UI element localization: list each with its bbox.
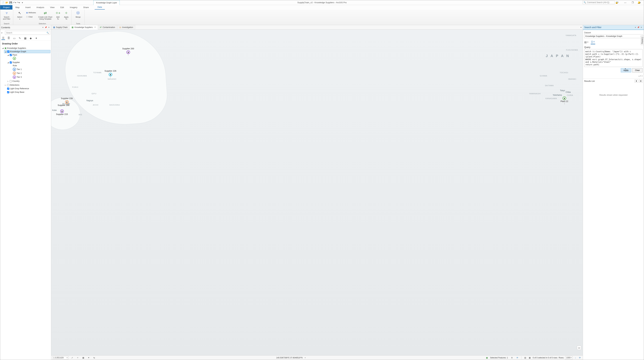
pane-close-icon[interactable]: ✕ bbox=[640, 26, 642, 29]
layer-lgr-checkbox[interactable] bbox=[7, 88, 9, 90]
pane-pin-icon[interactable]: 📌 bbox=[637, 26, 640, 29]
maximize-button[interactable]: ❐ bbox=[629, 0, 636, 5]
apply-to-button[interactable]: ✧ Apply To bbox=[63, 10, 70, 20]
undo-icon[interactable]: ↶▾ bbox=[13, 1, 16, 4]
results-settings-icon[interactable]: ⚙ bbox=[639, 80, 642, 83]
table-all-icon[interactable]: ▦ bbox=[528, 356, 532, 359]
layer-country[interactable]: ▷Country bbox=[6, 80, 50, 83]
merge-button[interactable]: ⦿ Merge bbox=[73, 10, 83, 18]
query-textarea[interactable]: match (c:Country{Name: "Japan"}) with c … bbox=[584, 49, 642, 67]
dataset-select[interactable]: Knowledge Suppliers - Knowledge Graph▾ bbox=[584, 34, 642, 38]
apply-button[interactable]: Apply bbox=[621, 68, 631, 72]
select-button[interactable]: ↖ Select▾ bbox=[15, 10, 24, 20]
tab-view[interactable]: View bbox=[47, 5, 58, 10]
list-editing-icon[interactable]: ✎ bbox=[18, 36, 22, 40]
list-snapping-icon[interactable]: ▦ bbox=[24, 36, 27, 40]
view-tabs-dropdown[interactable]: ▾ bbox=[579, 25, 583, 30]
signin-icon[interactable]: 🔒 bbox=[615, 1, 618, 4]
tab-share[interactable]: Share bbox=[80, 5, 92, 10]
tab-analysis[interactable]: Analysis bbox=[34, 5, 47, 10]
tab-data[interactable]: Data bbox=[95, 5, 105, 10]
list-perspective-icon[interactable]: ✦ bbox=[34, 36, 38, 40]
tier1-label[interactable]: Tier 1 bbox=[17, 68, 22, 71]
tab-knowledge-suppliers[interactable]: ▦Knowledge Suppliers✕ bbox=[70, 25, 98, 30]
add-to-button[interactable]: ✧+ Add To bbox=[54, 10, 61, 20]
contents-search[interactable]: Search🔍 bbox=[5, 31, 50, 35]
pane-pin-icon[interactable]: 📌 bbox=[44, 26, 47, 29]
layer-country-checkbox[interactable] bbox=[10, 80, 12, 82]
filter-icon[interactable]: ▿ bbox=[1, 31, 4, 35]
dynamic-icon[interactable]: ✦ bbox=[87, 356, 90, 359]
layer-knowledge-graph-checkbox[interactable] bbox=[7, 51, 9, 53]
qat-customize-icon[interactable]: ▾ bbox=[21, 1, 24, 4]
basemap-widget-icon[interactable]: 🗂 bbox=[577, 345, 581, 350]
refresh-icon[interactable]: ⟳ bbox=[516, 356, 519, 359]
tab-contamination[interactable]: ⇄Contamination bbox=[98, 25, 117, 30]
clear-button[interactable]: Clear bbox=[632, 68, 642, 72]
attributes-button[interactable]: ▦Attributes bbox=[26, 11, 36, 15]
command-search[interactable]: 🔍Command Search (Alt+Q) bbox=[582, 1, 615, 4]
marker-supplier-266[interactable]: Supplier 266 bbox=[58, 104, 70, 106]
marker-plant-22[interactable]: ▮Plant 22 bbox=[560, 96, 568, 103]
layer-plant-checkbox[interactable] bbox=[10, 54, 12, 56]
new-project-icon[interactable]: 📄 bbox=[2, 1, 4, 4]
layer-knowledge-suppliers[interactable]: ◢▣Knowledge Suppliers bbox=[2, 47, 50, 50]
layer-knowledge-graph[interactable]: ◢Knowledge Graph bbox=[4, 50, 50, 53]
layer-supplier[interactable]: ◢Supplier bbox=[6, 61, 50, 64]
open-project-icon[interactable]: 📂 bbox=[5, 1, 8, 4]
tab-edit[interactable]: Edit bbox=[58, 5, 67, 10]
layer-detections-checkbox[interactable] bbox=[7, 84, 9, 86]
notifications-icon[interactable]: 🔔 bbox=[638, 1, 640, 4]
refresh-table-icon[interactable]: ⟳ bbox=[578, 356, 582, 359]
tab-project[interactable]: Project bbox=[0, 5, 12, 10]
rows-input[interactable]: 1000▾ bbox=[565, 356, 572, 359]
drag-handle-icon[interactable]: ┇ bbox=[642, 75, 642, 77]
tab-insert[interactable]: Insert bbox=[22, 5, 34, 10]
layer-lgb-checkbox[interactable] bbox=[7, 91, 9, 93]
search-and-filter-button[interactable]: ▿ Search and Filter bbox=[2, 10, 12, 20]
catalog-tab[interactable]: Catalog bbox=[641, 36, 644, 45]
grid-icon[interactable]: ▦ bbox=[82, 356, 85, 359]
save-icon[interactable]: 💾 bbox=[9, 1, 12, 4]
clear-selection-button[interactable]: ☐Clear bbox=[26, 15, 36, 19]
tab-supply-chain[interactable]: ▦Supply Chain bbox=[51, 25, 70, 30]
collapse-up-icon[interactable]: ▴ bbox=[639, 75, 640, 77]
list-selection-icon[interactable]: ▭ bbox=[12, 36, 16, 40]
marker-supplier-215[interactable]: ▮Supplier 215 bbox=[56, 109, 68, 115]
layer-light-gray-ref[interactable]: ▷Light Gray Reference bbox=[4, 87, 50, 90]
marker-supplier-226[interactable]: Supplier 226▮ bbox=[104, 70, 116, 76]
create-link-chart-button[interactable]: ⇄ Create Link Chart Using Template bbox=[38, 10, 53, 20]
layer-plant[interactable]: ◢Plant bbox=[6, 54, 50, 57]
pane-options-icon[interactable]: ▾ bbox=[634, 26, 637, 29]
list-source-icon[interactable]: 🗄 bbox=[7, 36, 10, 40]
corrections-icon[interactable]: ⇆ bbox=[92, 356, 96, 359]
list-drawing-order-icon[interactable]: ☰ bbox=[2, 36, 5, 40]
redo-icon[interactable]: ↷▾ bbox=[17, 1, 20, 4]
query-mode-icon[interactable]: ⟨⟩✧ bbox=[591, 40, 595, 44]
tab-investigation[interactable]: 🗂Investigation bbox=[117, 25, 135, 30]
marker-supplier-239[interactable]: Supplier 239▮ bbox=[61, 97, 73, 104]
layer-detections[interactable]: ▷Detections bbox=[4, 84, 50, 87]
tier2-label[interactable]: Tier 2 bbox=[17, 72, 22, 74]
tab-map[interactable]: Map bbox=[12, 5, 22, 10]
tab-imagery[interactable]: Imagery bbox=[67, 5, 80, 10]
tab-close-icon[interactable]: ✕ bbox=[94, 26, 96, 28]
coordinates[interactable]: 140.5367308°E 37.6048519°N bbox=[276, 356, 302, 359]
export-results-icon[interactable]: ⬇ bbox=[635, 80, 638, 83]
collapse-down-icon[interactable]: ▾ bbox=[640, 75, 641, 77]
list-labeling-icon[interactable]: ◆ bbox=[29, 36, 32, 40]
pane-close-icon[interactable]: ✕ bbox=[48, 26, 50, 29]
map-view[interactable]: J A P A N YAMAGATA FUKUSHIMA TOCHIGI GUN… bbox=[51, 30, 583, 355]
marker-supplier-200[interactable]: Supplier 200▮ bbox=[122, 47, 134, 54]
snap-icon[interactable]: ✧ bbox=[76, 356, 79, 359]
search-mode-icon[interactable]: ▤✧ bbox=[584, 40, 589, 44]
pause-icon[interactable]: ⏸ bbox=[510, 356, 514, 359]
tier3-label[interactable]: Tier 3 bbox=[17, 76, 22, 78]
pane-options-icon[interactable]: ▾ bbox=[42, 26, 44, 29]
table-view-icon[interactable]: ▤ bbox=[524, 356, 527, 359]
scale-input[interactable]: 1:3,553,829▾ bbox=[52, 356, 68, 359]
minimize-button[interactable]: — bbox=[622, 0, 629, 5]
load-more-icon[interactable]: ↓ bbox=[574, 356, 577, 359]
constraint-icon[interactable]: ⤢ bbox=[70, 356, 74, 359]
layer-supplier-checkbox[interactable] bbox=[10, 62, 12, 64]
